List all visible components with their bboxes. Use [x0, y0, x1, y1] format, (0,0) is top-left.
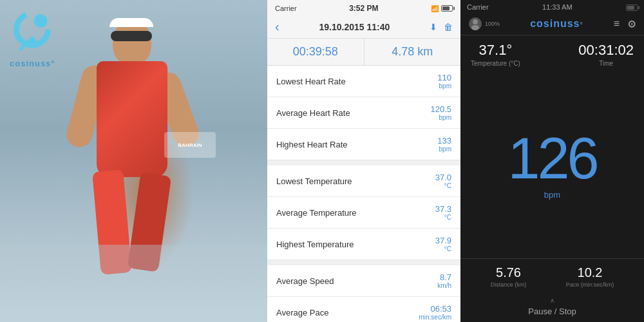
average-temp-row: Average Temperature 37.3 °C	[267, 197, 460, 229]
pause-stop-button[interactable]: Pause / Stop	[528, 307, 576, 316]
athlete-glasses	[111, 31, 152, 41]
nav-actions: ⬇ 🗑	[430, 22, 453, 32]
jersey-logo: BAHRAIN	[164, 132, 216, 158]
right-bottom-metrics: 5.76 Distance (km) 10.2 Pace (min:sec/km…	[460, 258, 644, 293]
distance-cell: 4.78 km	[365, 39, 461, 65]
highest-hr-value: 133 bpm	[437, 136, 451, 153]
lowest-hr-label: Lowest Heart Rate	[276, 77, 346, 86]
session-title: 19.10.2015 11:40	[319, 22, 390, 32]
carrier-label: Carrier	[275, 5, 297, 12]
time-label: Time	[578, 60, 634, 67]
avg-speed-value: 8.7 km/h	[437, 272, 451, 289]
right-time-label: 11:33 AM	[542, 3, 572, 11]
summary-row: 00:39:58 4.78 km	[267, 39, 460, 66]
back-button[interactable]: ‹	[275, 19, 279, 34]
athlete-headband	[109, 18, 153, 27]
settings-icon[interactable]: ⚙	[627, 18, 636, 30]
right-nav-icons: ≡ ⚙	[614, 18, 636, 30]
avg-pace-row: Average Pace 06:53 min:sec/km	[267, 297, 460, 322]
highest-hr-label: Highest Heart Rate	[276, 140, 348, 149]
lowest-temp-row: Lowest Temperature 37.0 °C	[267, 166, 460, 197]
pause-stop-bar: ∧ Pause / Stop	[460, 293, 644, 322]
heart-rate-display: 126 bpm	[460, 71, 644, 258]
distance-value: 5.76	[491, 265, 527, 280]
avg-hr-value: 120.5 bpm	[430, 104, 451, 121]
bpm-unit: bpm	[544, 190, 560, 200]
avg-speed-row: Average Speed 8.7 km/h	[267, 265, 460, 297]
pace-metric: 10.2 Pace (min:sec/km)	[566, 265, 614, 288]
avg-temp-label: Average Temperature	[276, 208, 357, 218]
left-panel: BAHRAIN cosinuss°	[0, 0, 267, 322]
battery-pct: 100%	[485, 21, 500, 27]
average-heart-rate-row: Average Heart Rate 120.5 bpm	[267, 97, 460, 129]
right-brand-name: cosinuss°	[530, 18, 583, 30]
status-icons: 📶	[431, 5, 453, 12]
pace-label: Pace (min:sec/km)	[566, 281, 614, 288]
section-gap-2	[267, 260, 460, 265]
wifi-icon: 📶	[431, 5, 439, 12]
delete-button[interactable]: 🗑	[444, 22, 453, 32]
skyline-bg	[0, 245, 267, 322]
middle-panel: Carrier 3:52 PM 📶 ‹ 19.10.2015 11:40 ⬇ 🗑…	[267, 0, 460, 322]
nav-bar: ‹ 19.10.2015 11:40 ⬇ 🗑	[267, 15, 460, 39]
menu-icon[interactable]: ≡	[614, 18, 620, 30]
temperature-metric: 37.1° Temperature (°C)	[471, 42, 520, 67]
right-battery	[626, 5, 638, 11]
temperature-value: 37.1°	[471, 42, 520, 59]
right-panel: Carrier 11:33 AM 100% cosinuss° ≡ ⚙ 37.1…	[460, 0, 644, 322]
right-top-metrics: 37.1° Temperature (°C) 00:31:02 Time	[460, 35, 644, 71]
highest-temp-label: Highest Temperature	[276, 240, 354, 249]
right-user-info: 100%	[468, 17, 500, 31]
lowest-hr-value: 110 bpm	[437, 73, 451, 90]
right-nav: 100% cosinuss° ≡ ⚙	[460, 13, 644, 35]
svg-point-1	[34, 14, 48, 28]
highest-temp-value: 37.9 °C	[435, 236, 451, 252]
svg-point-6	[471, 25, 479, 30]
distance-metric: 5.76 Distance (km)	[491, 265, 527, 288]
duration-cell: 00:39:58	[267, 39, 365, 65]
athlete-torso: BAHRAIN	[97, 61, 167, 177]
section-gap-1	[267, 160, 460, 166]
lowest-heart-rate-row: Lowest Heart Rate 110 bpm	[267, 66, 460, 97]
bpm-value: 126	[507, 129, 596, 187]
avg-speed-label: Average Speed	[276, 276, 334, 286]
avg-hr-label: Average Heart Rate	[276, 108, 350, 118]
status-bar: Carrier 3:52 PM 📶	[267, 0, 460, 15]
avg-pace-label: Average Pace	[276, 308, 328, 317]
download-button[interactable]: ⬇	[430, 22, 437, 32]
brand-logo-area: cosinuss°	[10, 10, 55, 68]
brand-name: cosinuss°	[10, 59, 55, 68]
earpiece-icon	[10, 10, 55, 55]
right-battery-icon	[626, 3, 638, 11]
lowest-temp-value: 37.0 °C	[435, 173, 451, 189]
highest-heart-rate-row: Highest Heart Rate 133 bpm	[267, 129, 460, 160]
pause-arrow: ∧	[471, 297, 634, 304]
pace-value: 10.2	[566, 265, 614, 280]
right-carrier-label: Carrier	[467, 3, 489, 11]
lowest-temp-label: Lowest Temperature	[276, 176, 352, 186]
right-status-bar: Carrier 11:33 AM	[460, 0, 644, 13]
avg-temp-value: 37.3 °C	[435, 204, 451, 221]
temperature-label: Temperature (°C)	[471, 60, 520, 67]
svg-point-5	[473, 19, 478, 24]
time-value: 00:31:02	[578, 42, 634, 59]
avg-pace-value: 06:53 min:sec/km	[419, 304, 451, 321]
data-table: Lowest Heart Rate 110 bpm Average Heart …	[267, 66, 460, 322]
distance-label: Distance (km)	[491, 281, 527, 288]
battery-icon	[441, 5, 453, 12]
avatar-icon	[468, 17, 482, 31]
time-metric: 00:31:02 Time	[578, 42, 634, 67]
time-label: 3:52 PM	[349, 4, 378, 13]
highest-temp-row: Highest Temperature 37.9 °C	[267, 229, 460, 260]
